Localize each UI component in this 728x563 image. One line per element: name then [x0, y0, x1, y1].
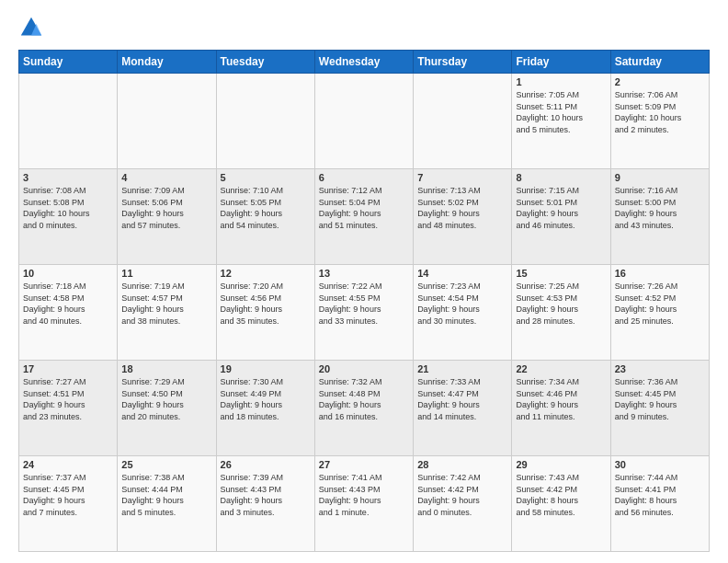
day-cell [19, 74, 118, 169]
day-info: Sunrise: 7:32 AM Sunset: 4:48 PM Dayligh… [319, 376, 409, 422]
day-cell: 16Sunrise: 7:26 AM Sunset: 4:52 PM Dayli… [610, 265, 709, 361]
day-number: 24 [23, 459, 113, 470]
day-number: 1 [516, 76, 606, 87]
day-cell: 24Sunrise: 7:37 AM Sunset: 4:45 PM Dayli… [19, 456, 118, 552]
day-number: 8 [516, 172, 606, 183]
col-header-thursday: Thursday [414, 51, 512, 74]
day-number: 28 [417, 459, 507, 470]
day-number: 7 [417, 172, 507, 183]
logo [18, 15, 48, 40]
day-cell: 9Sunrise: 7:16 AM Sunset: 5:00 PM Daylig… [610, 169, 709, 265]
day-number: 21 [417, 363, 507, 374]
day-cell: 14Sunrise: 7:23 AM Sunset: 4:54 PM Dayli… [414, 265, 512, 361]
day-info: Sunrise: 7:25 AM Sunset: 4:53 PM Dayligh… [516, 281, 606, 327]
day-cell: 25Sunrise: 7:38 AM Sunset: 4:44 PM Dayli… [118, 456, 216, 552]
day-number: 4 [121, 172, 211, 183]
day-info: Sunrise: 7:12 AM Sunset: 5:04 PM Dayligh… [319, 185, 409, 231]
week-row-2: 10Sunrise: 7:18 AM Sunset: 4:58 PM Dayli… [19, 265, 710, 361]
day-number: 20 [319, 363, 409, 374]
day-number: 14 [417, 268, 507, 279]
day-cell: 22Sunrise: 7:34 AM Sunset: 4:46 PM Dayli… [512, 361, 610, 456]
day-cell: 10Sunrise: 7:18 AM Sunset: 4:58 PM Dayli… [19, 265, 118, 361]
day-cell: 26Sunrise: 7:39 AM Sunset: 4:43 PM Dayli… [216, 456, 314, 552]
day-cell: 21Sunrise: 7:33 AM Sunset: 4:47 PM Dayli… [414, 361, 512, 456]
day-info: Sunrise: 7:36 AM Sunset: 4:45 PM Dayligh… [615, 376, 705, 422]
day-cell: 17Sunrise: 7:27 AM Sunset: 4:51 PM Dayli… [19, 361, 118, 456]
day-info: Sunrise: 7:19 AM Sunset: 4:57 PM Dayligh… [121, 281, 211, 327]
day-cell: 30Sunrise: 7:44 AM Sunset: 4:41 PM Dayli… [610, 456, 709, 552]
header [18, 15, 710, 40]
day-cell: 12Sunrise: 7:20 AM Sunset: 4:56 PM Dayli… [216, 265, 314, 361]
day-info: Sunrise: 7:26 AM Sunset: 4:52 PM Dayligh… [615, 281, 705, 327]
day-cell: 2Sunrise: 7:06 AM Sunset: 5:09 PM Daylig… [610, 74, 709, 169]
day-number: 25 [121, 459, 211, 470]
day-cell: 23Sunrise: 7:36 AM Sunset: 4:45 PM Dayli… [610, 361, 709, 456]
day-cell: 29Sunrise: 7:43 AM Sunset: 4:42 PM Dayli… [512, 456, 610, 552]
col-header-tuesday: Tuesday [216, 51, 314, 74]
col-header-wednesday: Wednesday [314, 51, 413, 74]
day-info: Sunrise: 7:34 AM Sunset: 4:46 PM Dayligh… [516, 376, 606, 422]
day-number: 6 [319, 172, 409, 183]
day-number: 3 [23, 172, 113, 183]
day-info: Sunrise: 7:09 AM Sunset: 5:06 PM Dayligh… [121, 185, 211, 231]
day-number: 12 [221, 268, 311, 279]
day-info: Sunrise: 7:27 AM Sunset: 4:51 PM Dayligh… [23, 376, 113, 422]
day-number: 19 [221, 363, 311, 374]
calendar-table: SundayMondayTuesdayWednesdayThursdayFrid… [18, 50, 710, 552]
week-row-0: 1Sunrise: 7:05 AM Sunset: 5:11 PM Daylig… [19, 74, 710, 169]
day-cell: 5Sunrise: 7:10 AM Sunset: 5:05 PM Daylig… [216, 169, 314, 265]
col-header-sunday: Sunday [19, 51, 118, 74]
day-cell [216, 74, 314, 169]
week-row-1: 3Sunrise: 7:08 AM Sunset: 5:08 PM Daylig… [19, 169, 710, 265]
day-number: 2 [615, 76, 705, 87]
day-number: 15 [516, 268, 606, 279]
week-row-4: 24Sunrise: 7:37 AM Sunset: 4:45 PM Dayli… [19, 456, 710, 552]
col-header-saturday: Saturday [610, 51, 709, 74]
day-number: 29 [516, 459, 606, 470]
day-info: Sunrise: 7:16 AM Sunset: 5:00 PM Dayligh… [615, 185, 705, 231]
day-info: Sunrise: 7:10 AM Sunset: 5:05 PM Dayligh… [221, 185, 311, 231]
day-cell: 18Sunrise: 7:29 AM Sunset: 4:50 PM Dayli… [118, 361, 216, 456]
day-info: Sunrise: 7:39 AM Sunset: 4:43 PM Dayligh… [221, 472, 311, 518]
day-cell: 6Sunrise: 7:12 AM Sunset: 5:04 PM Daylig… [314, 169, 413, 265]
day-cell: 1Sunrise: 7:05 AM Sunset: 5:11 PM Daylig… [512, 74, 610, 169]
day-info: Sunrise: 7:13 AM Sunset: 5:02 PM Dayligh… [417, 185, 507, 231]
day-number: 18 [121, 363, 211, 374]
day-cell: 4Sunrise: 7:09 AM Sunset: 5:06 PM Daylig… [118, 169, 216, 265]
day-number: 27 [319, 459, 409, 470]
day-number: 23 [615, 363, 705, 374]
day-info: Sunrise: 7:42 AM Sunset: 4:42 PM Dayligh… [417, 472, 507, 518]
day-cell [414, 74, 512, 169]
day-cell: 3Sunrise: 7:08 AM Sunset: 5:08 PM Daylig… [19, 169, 118, 265]
day-info: Sunrise: 7:29 AM Sunset: 4:50 PM Dayligh… [121, 376, 211, 422]
day-number: 26 [221, 459, 311, 470]
day-cell: 28Sunrise: 7:42 AM Sunset: 4:42 PM Dayli… [414, 456, 512, 552]
day-info: Sunrise: 7:20 AM Sunset: 4:56 PM Dayligh… [221, 281, 311, 327]
day-cell: 11Sunrise: 7:19 AM Sunset: 4:57 PM Dayli… [118, 265, 216, 361]
day-number: 30 [615, 459, 705, 470]
day-cell: 20Sunrise: 7:32 AM Sunset: 4:48 PM Dayli… [314, 361, 413, 456]
day-cell: 8Sunrise: 7:15 AM Sunset: 5:01 PM Daylig… [512, 169, 610, 265]
day-info: Sunrise: 7:22 AM Sunset: 4:55 PM Dayligh… [319, 281, 409, 327]
day-info: Sunrise: 7:18 AM Sunset: 4:58 PM Dayligh… [23, 281, 113, 327]
day-number: 17 [23, 363, 113, 374]
day-number: 5 [221, 172, 311, 183]
col-header-friday: Friday [512, 51, 610, 74]
day-info: Sunrise: 7:06 AM Sunset: 5:09 PM Dayligh… [615, 89, 705, 135]
day-info: Sunrise: 7:23 AM Sunset: 4:54 PM Dayligh… [417, 281, 507, 327]
day-cell: 15Sunrise: 7:25 AM Sunset: 4:53 PM Dayli… [512, 265, 610, 361]
day-cell [118, 74, 216, 169]
day-info: Sunrise: 7:08 AM Sunset: 5:08 PM Dayligh… [23, 185, 113, 231]
day-info: Sunrise: 7:43 AM Sunset: 4:42 PM Dayligh… [516, 472, 606, 518]
day-cell: 19Sunrise: 7:30 AM Sunset: 4:49 PM Dayli… [216, 361, 314, 456]
calendar-header-row: SundayMondayTuesdayWednesdayThursdayFrid… [19, 51, 710, 74]
week-row-3: 17Sunrise: 7:27 AM Sunset: 4:51 PM Dayli… [19, 361, 710, 456]
day-cell: 27Sunrise: 7:41 AM Sunset: 4:43 PM Dayli… [314, 456, 413, 552]
day-number: 13 [319, 268, 409, 279]
logo-icon [18, 15, 44, 40]
day-info: Sunrise: 7:44 AM Sunset: 4:41 PM Dayligh… [615, 472, 705, 518]
day-number: 9 [615, 172, 705, 183]
day-cell: 13Sunrise: 7:22 AM Sunset: 4:55 PM Dayli… [314, 265, 413, 361]
day-info: Sunrise: 7:37 AM Sunset: 4:45 PM Dayligh… [23, 472, 113, 518]
col-header-monday: Monday [118, 51, 216, 74]
